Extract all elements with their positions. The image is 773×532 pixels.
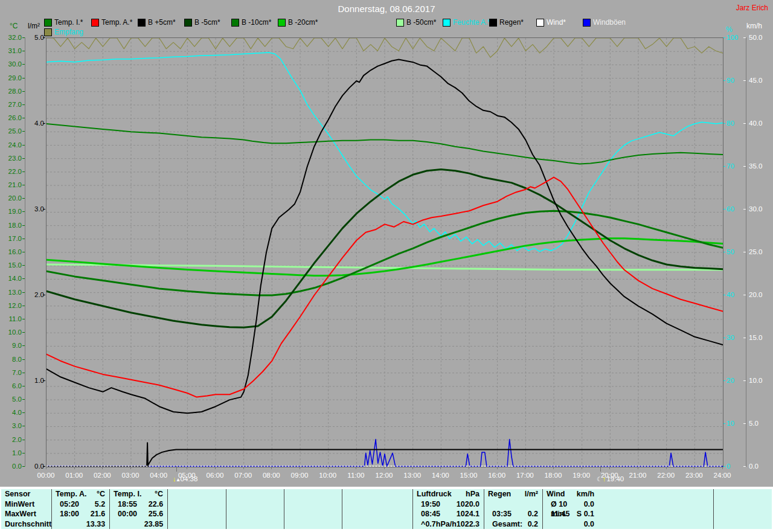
y-axis-label-wind: 20.0 (749, 291, 769, 298)
stats-value-row: 23.85 (110, 519, 167, 530)
stats-time-value: Ø 10 min. (543, 499, 584, 510)
legend-swatch-icon (44, 28, 52, 36)
y-axis-label-wind: 0.0 (749, 463, 769, 470)
y-axis-tick (743, 123, 746, 124)
y-axis-label-humidity: 20 (726, 377, 742, 384)
y-axis-tick (22, 104, 25, 105)
legend-item-b-10cm-: B -10cm* (231, 18, 271, 27)
legend-label: Temp. A.* (101, 18, 132, 27)
y-axis-tick (22, 265, 25, 266)
x-axis-tick (243, 467, 244, 469)
y-axis-tick (743, 37, 746, 38)
legend-item-windb-en: Windböen (583, 18, 626, 27)
y-axis-label-temp: 2.0 (4, 436, 22, 443)
stats-col-empty (226, 489, 284, 529)
right-axis-unit-wind: km/h (746, 22, 762, 30)
legend-swatch-icon (489, 19, 497, 27)
left-axis-line (25, 37, 25, 467)
y-axis-label-temp: 3.0 (4, 422, 22, 429)
x-axis-tick (159, 467, 159, 469)
sunrise-marker: ↓▴04:38 (173, 475, 197, 482)
y-axis-label-rain: 3.0 (28, 205, 44, 213)
stats-col-header: Temp. I.°C (110, 489, 167, 499)
stats-measure-value: 13.33 (86, 519, 109, 530)
legend-swatch-icon (278, 19, 286, 27)
stats-value-row: 00:0025.6 (110, 509, 167, 519)
right-axis-unit-humidity: % (726, 25, 733, 34)
x-axis-tick (666, 467, 667, 469)
x-axis-label: 02:00 (94, 472, 111, 479)
stats-col-temp-a-: Temp. A.°C05:205.218:0021.613.33 (51, 489, 109, 529)
y-axis-tick (743, 166, 746, 167)
weather-station-window: Donnerstag, 08.06.2017 Jarz Erich Temp. … (0, 0, 773, 532)
legend-swatch-icon (231, 19, 239, 27)
y-axis-tick (43, 209, 45, 210)
x-axis-label: 03:00 (122, 472, 140, 479)
y-axis-tick (743, 466, 746, 467)
y-axis-label-temp: 1.0 (4, 449, 22, 457)
sunrise-tick (176, 466, 177, 472)
x-axis-label: 19:00 (573, 472, 590, 479)
stats-time-value (52, 519, 60, 530)
y-axis-label-temp: 5.0 (4, 396, 22, 403)
stats-time-value: 18:00 (52, 509, 79, 519)
stats-measure-value: 22.6 (149, 499, 167, 510)
y-axis-tick (22, 453, 25, 453)
stats-col-content: Windkm/hØ 10 min.0.011:45S 0.10.0 (543, 489, 598, 529)
y-axis-tick (22, 37, 25, 38)
y-axis-label-humidity: 40 (726, 291, 742, 298)
y-axis-tick (22, 145, 25, 146)
x-axis-tick (553, 467, 554, 469)
stats-col-empty (167, 489, 226, 529)
x-axis-tick (525, 467, 525, 469)
y-axis-label-temp: 10.0 (4, 328, 22, 336)
stats-col-temp-i-: Temp. I.°C18:5522.600:0025.623.85 (109, 489, 167, 529)
x-axis-label: 08:00 (263, 472, 280, 479)
y-axis-tick (22, 198, 25, 199)
stats-col-regen: Regenl/m²03:350.2Gesamt:0.2 (484, 489, 542, 529)
y-axis-label-temp: 12.0 (4, 302, 22, 309)
y-axis-tick (22, 412, 25, 413)
stats-measure-value: 0.2 (528, 519, 542, 530)
legend-label: Regen* (499, 18, 524, 27)
y-axis-label-humidity: 30 (726, 334, 742, 341)
x-axis-label: 21:00 (629, 472, 647, 479)
stats-sensor-unit: l/m² (525, 489, 542, 499)
stats-value-row: 11:45S 0.1 (543, 509, 598, 519)
legend-swatch-icon (184, 19, 192, 27)
y-axis-label-temp: 25.0 (4, 127, 22, 135)
user-name-label: Jarz Erich (736, 4, 768, 12)
x-axis-tick (271, 467, 272, 469)
stats-time-value (110, 519, 118, 530)
stats-measure-value: 1024.1 (457, 509, 484, 519)
weather-chart-svg (47, 38, 723, 467)
x-axis-label: 00:00 (37, 472, 55, 479)
y-axis-label-temp: 11.0 (4, 315, 22, 322)
y-axis-tick (22, 426, 25, 426)
legend-item-temp-i-: Temp. I.* (44, 18, 83, 27)
y-axis-tick (743, 295, 746, 295)
y-axis-label-humidity: 100 (726, 34, 742, 41)
x-axis-tick (497, 467, 498, 469)
stats-col-labels: SensorMinWertMaxWertDurchschnitt (1, 489, 51, 529)
boden-plus-5cm-line (47, 60, 723, 414)
y-axis-label-temp: 26.0 (4, 114, 22, 121)
stats-row-label: Durchschnitt (1, 519, 51, 530)
y-axis-tick (22, 466, 25, 467)
y-axis-tick (43, 37, 45, 38)
sunset-icon: ↑ (603, 475, 606, 482)
legend-label: Empfang (54, 28, 83, 36)
x-axis-label: 16:00 (488, 472, 505, 479)
y-axis-label-humidity: 0 (726, 463, 742, 470)
y-axis-label-wind: 35.0 (749, 162, 769, 170)
y-axis-label-rain: 2.0 (28, 291, 44, 298)
stats-measure-value: 1020.0 (457, 499, 484, 510)
legend-label: B +5cm* (148, 18, 176, 27)
y-axis-label-temp: 4.0 (4, 409, 22, 416)
x-axis-label: 14:00 (432, 472, 449, 479)
y-axis-tick (22, 211, 25, 212)
y-axis-label-humidity: 10 (726, 420, 742, 427)
left-axis-unit-celsius: °C (10, 22, 18, 30)
stats-sensor-name: Luftdruck (413, 489, 452, 499)
y-axis-label-wind: 10.0 (749, 377, 769, 384)
